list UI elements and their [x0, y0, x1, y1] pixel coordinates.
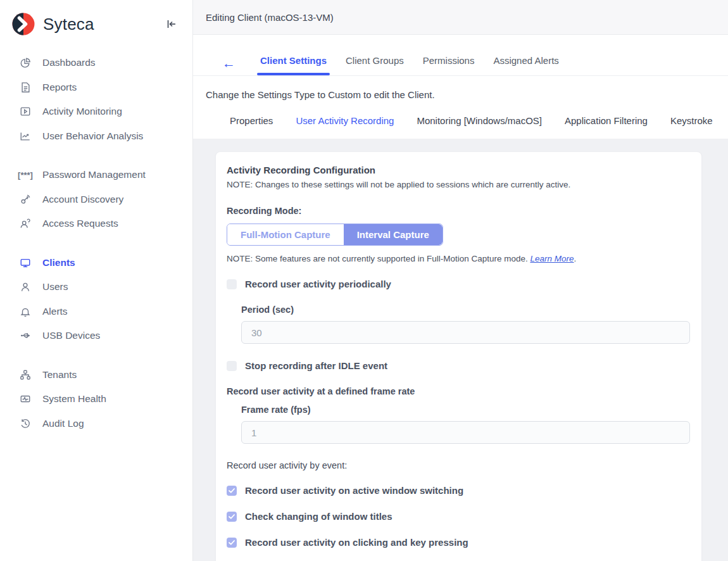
- window-titles-label[interactable]: Check changing of window titles: [245, 511, 392, 522]
- period-input[interactable]: [241, 321, 690, 344]
- sidebar-item-label: Account Discovery: [42, 194, 123, 205]
- sidebar: Syteca Dashboards: [0, 0, 193, 561]
- stop-after-idle-checkbox[interactable]: [227, 361, 237, 371]
- person-question-icon: [19, 217, 32, 230]
- record-periodically-checkbox[interactable]: [227, 279, 237, 289]
- sidebar-item-label: Dashboards: [42, 57, 96, 68]
- sidebar-item-alerts[interactable]: Alerts: [0, 299, 192, 324]
- org-chart-icon: [19, 369, 32, 381]
- window-titles-row: Check changing of window titles: [227, 511, 690, 522]
- sidebar-item-audit-log[interactable]: Audit Log: [0, 412, 192, 436]
- recording-mode-label: Recording Mode:: [227, 206, 690, 216]
- tabs-section: ← Client Settings Client Groups Permissi…: [193, 35, 728, 139]
- record-periodically-label[interactable]: Record user activity periodically: [245, 279, 391, 289]
- sidebar-item-clients[interactable]: Clients: [0, 251, 192, 275]
- syteca-logo-icon: [11, 12, 35, 36]
- click-keypress-row: Record user activity on clicking and key…: [227, 537, 690, 548]
- tab-row: ← Client Settings Client Groups Permissi…: [193, 54, 728, 76]
- record-periodically-row: Record user activity periodically: [227, 279, 690, 289]
- monitor-icon: [19, 256, 32, 269]
- subtab-user-activity-recording[interactable]: User Activity Recording: [284, 115, 405, 126]
- sidebar-item-label: Activity Monitoring: [42, 106, 122, 117]
- subtab-properties[interactable]: Properties: [218, 115, 284, 126]
- window-titles-checkbox[interactable]: [227, 512, 237, 522]
- stop-after-idle-row: Stop recording after IDLE event: [227, 360, 690, 371]
- key-discovery-icon: [19, 193, 32, 206]
- click-keypress-checkbox[interactable]: [227, 538, 237, 548]
- frame-rate-input[interactable]: [241, 421, 690, 444]
- sidebar-item-label: User Behavior Analysis: [42, 130, 143, 142]
- sidebar-item-tenants[interactable]: Tenants: [0, 363, 192, 388]
- tab-assigned-alerts[interactable]: Assigned Alerts: [484, 55, 568, 74]
- activity-recording-card: Activity Recording Configuration NOTE: C…: [215, 151, 702, 561]
- page-header: Editing Client (macOS-13-VM): [193, 0, 728, 35]
- sidebar-item-user-behavior-analysis[interactable]: User Behavior Analysis: [0, 124, 192, 149]
- learn-more-link[interactable]: Learn More: [530, 254, 574, 263]
- document-icon: [19, 81, 32, 94]
- back-arrow-icon[interactable]: ←: [222, 56, 235, 73]
- mode-note-suffix: .: [574, 254, 577, 263]
- pie-chart-icon: [19, 56, 32, 69]
- sidebar-item-activity-monitoring[interactable]: Activity Monitoring: [0, 99, 192, 124]
- frame-rate-section-label: Record user activity at a defined frame …: [227, 386, 690, 396]
- window-switching-row: Record user activity on active window sw…: [227, 485, 690, 496]
- page-title: Editing Client (macOS-13-VM): [206, 12, 334, 23]
- play-screen-icon: [19, 105, 32, 118]
- subtab-row: Properties User Activity Recording Monit…: [193, 100, 728, 139]
- brand-row: Syteca: [0, 0, 192, 48]
- sidebar-item-dashboards[interactable]: Dashboards: [0, 51, 192, 75]
- recording-mode-toggle: Full-Motion Capture Interval Capture: [227, 224, 443, 246]
- mode-note-text: NOTE: Some features are not currently su…: [227, 254, 528, 263]
- subtab-monitoring[interactable]: Monitoring [Windows/macOS]: [405, 115, 553, 126]
- sidebar-item-password-management[interactable]: [***] Password Management: [0, 163, 192, 187]
- tab-permissions[interactable]: Permissions: [413, 55, 484, 74]
- sidebar-item-reports[interactable]: Reports: [0, 75, 192, 100]
- bell-icon: [19, 305, 32, 318]
- sidebar-item-users[interactable]: Users: [0, 275, 192, 299]
- subtab-keystroke[interactable]: Keystroke: [659, 115, 724, 126]
- card-note: NOTE: Changes to these settings will not…: [227, 180, 690, 189]
- person-icon: [19, 280, 32, 293]
- sidebar-item-label: Reports: [42, 82, 77, 93]
- sidebar-item-usb-devices[interactable]: USB Devices: [0, 324, 192, 348]
- full-motion-capture-button[interactable]: Full-Motion Capture: [227, 224, 344, 245]
- sidebar-collapse-icon[interactable]: [166, 18, 179, 30]
- subtab-application-filtering[interactable]: Application Filtering: [553, 115, 659, 126]
- brand-name: Syteca: [43, 15, 166, 34]
- main-area: Editing Client (macOS-13-VM) ← Client Se…: [193, 0, 728, 561]
- stop-after-idle-label[interactable]: Stop recording after IDLE event: [245, 360, 387, 371]
- sidebar-item-label: USB Devices: [42, 330, 100, 341]
- sidebar-item-system-health[interactable]: System Health: [0, 387, 192, 412]
- settings-type-notice: Change the Settings Type to Custom to ed…: [193, 76, 728, 100]
- frame-rate-label: Frame rate (fps): [241, 405, 690, 415]
- interval-capture-button[interactable]: Interval Capture: [344, 224, 442, 245]
- password-brackets-icon: [***]: [19, 168, 32, 181]
- tab-client-groups[interactable]: Client Groups: [336, 55, 413, 74]
- sidebar-item-label: Alerts: [42, 306, 68, 317]
- sidebar-item-label: Audit Log: [42, 418, 84, 429]
- period-label: Period (sec): [241, 305, 690, 315]
- click-keypress-label[interactable]: Record user activity on clicking and key…: [245, 537, 468, 548]
- mode-note: NOTE: Some features are not currently su…: [227, 254, 690, 263]
- content-area: Activity Recording Configuration NOTE: C…: [193, 139, 728, 561]
- window-switching-label[interactable]: Record user activity on active window sw…: [245, 485, 463, 496]
- sidebar-item-account-discovery[interactable]: Account Discovery: [0, 187, 192, 212]
- card-title: Activity Recording Configuration: [227, 165, 690, 175]
- sidebar-item-label: Users: [42, 281, 68, 293]
- window-switching-checkbox[interactable]: [227, 486, 237, 496]
- sidebar-item-label: Password Management: [42, 169, 146, 180]
- sidebar-item-access-requests[interactable]: Access Requests: [0, 211, 192, 236]
- sidebar-item-label: Clients: [42, 257, 75, 268]
- trend-chart-icon: [19, 130, 32, 142]
- usb-icon: [19, 329, 32, 342]
- sidebar-item-label: System Health: [42, 393, 106, 405]
- tab-client-settings[interactable]: Client Settings: [251, 55, 336, 74]
- history-clock-icon: [19, 417, 32, 430]
- by-event-label: Record user activity by event:: [227, 460, 690, 470]
- sidebar-item-label: Tenants: [42, 369, 77, 381]
- health-pulse-icon: [19, 393, 32, 405]
- sidebar-nav: Dashboards Reports: [0, 48, 192, 450]
- sidebar-item-label: Access Requests: [42, 218, 118, 229]
